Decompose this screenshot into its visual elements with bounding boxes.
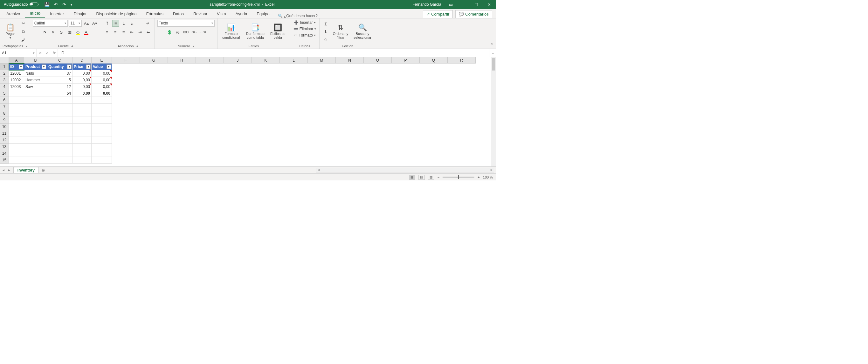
cell-C3[interactable]: 5 xyxy=(47,77,72,84)
close-icon[interactable]: ✕ xyxy=(483,2,495,7)
font-name-combo[interactable]: Calibri▾ xyxy=(33,20,68,27)
autosave-toggle[interactable]: Autoguardado xyxy=(1,2,42,7)
cell-A2[interactable]: 12001 xyxy=(9,70,24,77)
undo-icon[interactable]: ↶ xyxy=(54,2,58,7)
sheet-nav-prev-icon[interactable]: ◄ xyxy=(2,168,5,172)
tab-team[interactable]: Equipo xyxy=(252,9,274,18)
insert-cells-button[interactable]: ➕Insertar▾ xyxy=(293,20,316,25)
fx-icon[interactable]: fx xyxy=(53,51,56,55)
cell-styles-button[interactable]: 🔲Estilos de celda xyxy=(268,24,287,40)
name-box[interactable]: A1▾ xyxy=(0,49,37,57)
tab-data[interactable]: Datos xyxy=(168,9,188,18)
cell-A4[interactable]: 12003 xyxy=(9,84,24,90)
redo-icon[interactable]: ↷ xyxy=(62,2,66,7)
cell-D1[interactable]: Price▾ xyxy=(72,64,92,70)
cell-D3[interactable]: 0,00 xyxy=(72,77,92,84)
dialog-launcher-icon[interactable]: ◢ xyxy=(70,44,73,47)
cell[interactable] xyxy=(92,130,112,137)
cell-E2[interactable]: 0,00 xyxy=(92,70,112,77)
tab-home[interactable]: Inicio xyxy=(25,9,45,18)
percent-icon[interactable]: % xyxy=(174,29,181,36)
filter-icon[interactable]: ▾ xyxy=(42,64,46,69)
row-header-13[interactable]: 13 xyxy=(0,143,9,150)
fill-color-icon[interactable]: ◇ xyxy=(74,29,82,36)
select-all-corner[interactable] xyxy=(0,57,9,64)
cell-C1[interactable]: Quantity▾ xyxy=(47,64,72,70)
delete-cells-button[interactable]: ➖Eliminar▾ xyxy=(293,26,317,32)
cell-A3[interactable]: 12002 xyxy=(9,77,24,84)
row-header-11[interactable]: 11 xyxy=(0,130,9,137)
cell[interactable] xyxy=(72,137,92,143)
cell[interactable] xyxy=(9,150,24,157)
comments-button[interactable]: 💬 Comentarios xyxy=(455,10,492,18)
dialog-launcher-icon[interactable]: ◢ xyxy=(192,44,194,47)
cell[interactable] xyxy=(92,124,112,130)
filter-icon[interactable]: ▾ xyxy=(19,64,23,69)
col-header-F[interactable]: F xyxy=(112,57,140,64)
dialog-launcher-icon[interactable]: ◢ xyxy=(25,44,27,47)
cell[interactable] xyxy=(47,97,72,104)
tab-insert[interactable]: Insertar xyxy=(45,9,68,18)
dialog-launcher-icon[interactable]: ◢ xyxy=(136,44,138,47)
cell[interactable] xyxy=(9,97,24,104)
row-header-8[interactable]: 8 xyxy=(0,110,9,117)
cell[interactable] xyxy=(92,117,112,124)
font-color-icon[interactable]: A xyxy=(83,29,90,36)
col-header-J[interactable]: J xyxy=(224,57,252,64)
row-header-14[interactable]: 14 xyxy=(0,150,9,157)
cell[interactable] xyxy=(9,137,24,143)
collapse-ribbon-icon[interactable]: ^ xyxy=(488,40,496,48)
qat-dropdown-icon[interactable]: ▾ xyxy=(70,3,72,6)
col-header-C[interactable]: C xyxy=(47,57,72,64)
cell[interactable] xyxy=(92,150,112,157)
row-header-7[interactable]: 7 xyxy=(0,104,9,110)
cell[interactable] xyxy=(47,130,72,137)
tab-file[interactable]: Archivo xyxy=(2,9,25,18)
share-button[interactable]: ↗ Compartir xyxy=(423,10,453,18)
col-header-G[interactable]: G xyxy=(140,57,168,64)
cancel-formula-icon[interactable]: ✕ xyxy=(39,51,42,55)
horizontal-scrollbar[interactable] xyxy=(316,168,494,172)
row-header-12[interactable]: 12 xyxy=(0,137,9,143)
fill-icon[interactable]: ⬇ xyxy=(322,28,329,35)
cell-C2[interactable]: 37 xyxy=(47,70,72,77)
tab-layout[interactable]: Disposición de página xyxy=(92,9,141,18)
save-icon[interactable]: 💾 xyxy=(44,2,50,7)
font-size-combo[interactable]: 11▾ xyxy=(69,20,82,27)
cell[interactable] xyxy=(24,150,47,157)
row-header-15[interactable]: 15 xyxy=(0,157,9,164)
cell[interactable] xyxy=(72,130,92,137)
align-left-icon[interactable]: ≡ xyxy=(104,29,111,36)
bold-button[interactable]: N xyxy=(41,29,48,36)
format-painter-icon[interactable]: 🖌 xyxy=(20,36,27,43)
row-header-3[interactable]: 3 xyxy=(0,77,9,84)
italic-button[interactable]: K xyxy=(50,29,57,36)
cell-E1[interactable]: Value▾ xyxy=(92,64,112,70)
tab-help[interactable]: Ayuda xyxy=(231,9,252,18)
cell-E3[interactable]: 0,00 xyxy=(92,77,112,84)
row-header-4[interactable]: 4 xyxy=(0,84,9,90)
cell[interactable] xyxy=(92,137,112,143)
col-header-I[interactable]: I xyxy=(196,57,224,64)
cell[interactable] xyxy=(72,124,92,130)
comma-style-icon[interactable]: 000 xyxy=(183,29,189,36)
row-header-1[interactable]: 1 xyxy=(0,64,9,70)
cell[interactable] xyxy=(92,110,112,117)
col-header-D[interactable]: D xyxy=(72,57,92,64)
cell[interactable] xyxy=(47,110,72,117)
align-center-icon[interactable]: ≡ xyxy=(112,29,119,36)
cell-D4[interactable]: 0,00 xyxy=(72,84,92,90)
borders-icon[interactable]: ▦ xyxy=(66,29,73,36)
cell[interactable] xyxy=(72,150,92,157)
spreadsheet-grid[interactable]: A B C D E F G H I J K L M N O P Q R 1 2 … xyxy=(0,57,496,166)
scrollbar-thumb[interactable] xyxy=(492,58,495,70)
align-bottom-icon[interactable]: ⤓ xyxy=(121,20,127,27)
cell[interactable] xyxy=(24,97,47,104)
align-right-icon[interactable]: ≡ xyxy=(120,29,127,36)
col-header-B[interactable]: B xyxy=(24,57,47,64)
filter-icon[interactable]: ▾ xyxy=(86,64,91,69)
add-sheet-icon[interactable]: ⊕ xyxy=(41,168,45,173)
row-header-10[interactable]: 10 xyxy=(0,124,9,130)
vertical-scrollbar[interactable] xyxy=(491,57,496,166)
formula-input[interactable]: ID xyxy=(58,49,490,57)
